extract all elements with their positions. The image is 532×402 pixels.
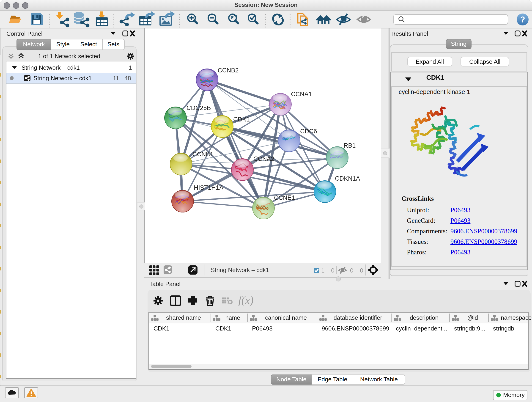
svg-text:9606.ENSP00000378699: 9606.ENSP00000378699 [322, 325, 389, 332]
svg-text:stringdb: stringdb [493, 325, 514, 332]
svg-text:database identifier: database identifier [334, 314, 382, 321]
svg-text:RB1: RB1 [344, 142, 356, 149]
svg-text:CDKN1A: CDKN1A [335, 175, 360, 182]
svg-text:CDK1: CDK1 [215, 325, 231, 332]
svg-text:cyclin–dependent ...: cyclin–dependent ... [396, 325, 449, 332]
svg-text:@id: @id [467, 314, 478, 321]
svg-text:String Network – cdk1: String Network – cdk1 [211, 267, 269, 274]
svg-text:?: ? [520, 15, 525, 24]
svg-text:P06493: P06493 [252, 325, 273, 332]
svg-text:HIST1H1A: HIST1H1A [194, 184, 223, 191]
svg-text:0 – 0: 0 – 0 [350, 267, 363, 274]
svg-text:canonical name: canonical name [265, 314, 307, 321]
svg-text:name: name [225, 314, 240, 321]
svg-text:CDK1: CDK1 [233, 116, 250, 123]
svg-text:f(x): f(x) [238, 294, 254, 306]
svg-text:1 – 0: 1 – 0 [321, 267, 335, 274]
svg-text:CCNA1: CCNA1 [291, 91, 312, 98]
svg-text:CDC6: CDC6 [300, 128, 317, 135]
svg-text:shared name: shared name [166, 314, 201, 321]
svg-text:CDC25B: CDC25B [186, 104, 211, 111]
svg-text:CCNA2: CCNA2 [253, 155, 274, 162]
svg-text:CCNE1: CCNE1 [274, 194, 295, 201]
svg-text:CCNB2: CCNB2 [218, 67, 239, 74]
svg-text:namespace: namespace [501, 314, 532, 321]
svg-text:CDK1: CDK1 [153, 325, 169, 332]
svg-text:CCNB1: CCNB1 [192, 151, 214, 158]
svg-text:stringdb:9...: stringdb:9... [454, 325, 485, 332]
svg-text:description: description [410, 314, 438, 321]
